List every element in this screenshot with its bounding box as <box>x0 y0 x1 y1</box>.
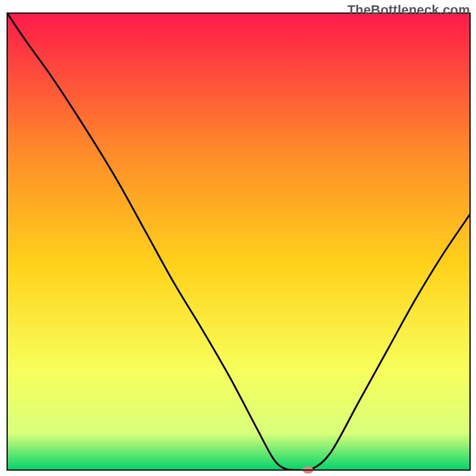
bottleneck-chart: TheBottleneck.com <box>0 0 476 476</box>
watermark-text: TheBottleneck.com <box>347 2 470 18</box>
gradient-background <box>7 13 470 470</box>
chart-svg <box>0 0 476 476</box>
